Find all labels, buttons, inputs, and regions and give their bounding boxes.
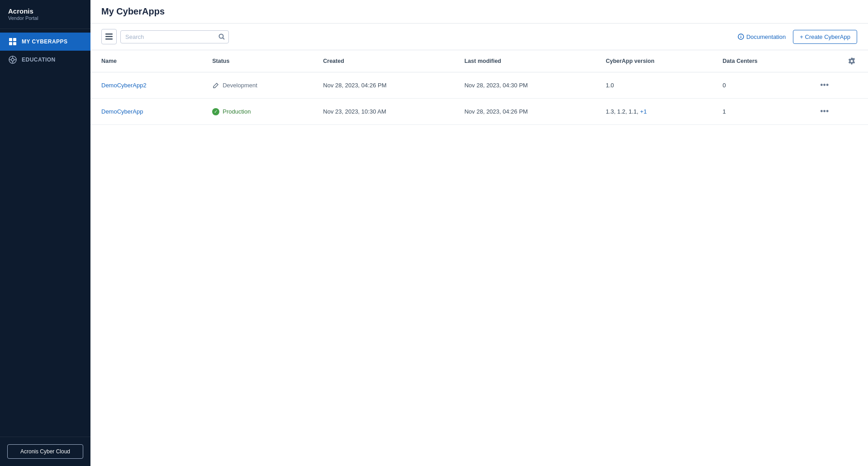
education-icon <box>8 55 17 64</box>
svg-rect-10 <box>105 33 113 35</box>
list-view-icon <box>105 33 113 40</box>
svg-line-14 <box>223 38 225 40</box>
row-more-button[interactable]: ••• <box>816 79 832 92</box>
cyberapps-table: Name Status Created Last modified CyberA… <box>90 50 868 125</box>
cell-last-modified: Nov 28, 2023, 04:30 PM <box>454 72 595 99</box>
cell-status: ✓ Production <box>201 99 312 125</box>
documentation-link[interactable]: Documentation <box>738 33 786 40</box>
cell-created: Nov 28, 2023, 04:26 PM <box>312 72 453 99</box>
cell-status: Development <box>201 72 312 99</box>
sidebar-bottom: Acronis Cyber Cloud <box>0 437 90 466</box>
svg-rect-3 <box>13 42 16 45</box>
table-container: Name Status Created Last modified CyberA… <box>90 50 868 466</box>
toolbar-right: Documentation + Create CyberApp <box>738 30 857 44</box>
cell-more-actions: ••• <box>806 99 868 125</box>
acronis-cyber-cloud-button[interactable]: Acronis Cyber Cloud <box>7 444 83 459</box>
cell-more-actions: ••• <box>806 72 868 99</box>
cell-created: Nov 23, 2023, 10:30 AM <box>312 99 453 125</box>
col-actions <box>806 50 868 72</box>
development-icon <box>212 82 219 89</box>
app-name-link[interactable]: DemoCyberApp2 <box>101 82 147 89</box>
search-button[interactable] <box>215 31 228 43</box>
sidebar-logo: Acronis Vendor Portal <box>0 0 90 29</box>
documentation-label: Documentation <box>746 33 786 40</box>
ellipsis-icon: ••• <box>820 81 829 90</box>
search-input[interactable] <box>121 31 215 43</box>
sidebar: Acronis Vendor Portal MY CYBERAPPS <box>0 0 90 466</box>
version-text: 1.3, 1.2, 1.1, <box>606 108 640 115</box>
status-label: Development <box>223 82 257 89</box>
toolbar-left <box>101 29 229 44</box>
info-icon <box>738 33 744 40</box>
svg-rect-12 <box>105 38 113 40</box>
edit-icon <box>213 82 219 89</box>
cell-version: 1.3, 1.2, 1.1, +1 <box>595 99 711 125</box>
search-icon <box>218 33 225 40</box>
toolbar: Documentation + Create CyberApp <box>90 24 868 50</box>
list-view-button[interactable] <box>101 29 117 44</box>
table-header-row: Name Status Created Last modified CyberA… <box>90 50 868 72</box>
main-content: My CyberApps <box>90 0 868 466</box>
cell-data-centers: 1 <box>712 99 806 125</box>
sidebar-item-label: MY CYBERAPPS <box>22 38 68 45</box>
svg-rect-2 <box>9 42 12 45</box>
main-header: My CyberApps <box>90 0 868 24</box>
col-name: Name <box>90 50 201 72</box>
svg-point-17 <box>740 35 741 35</box>
production-icon: ✓ <box>212 108 219 115</box>
cell-name: DemoCyberApp <box>90 99 201 125</box>
table-row: DemoCyberApp ✓ Production Nov 23, 2023, … <box>90 99 868 125</box>
svg-rect-11 <box>105 36 113 38</box>
status-label: Production <box>223 108 251 115</box>
status-cell: Development <box>212 82 301 89</box>
cell-version: 1.0 <box>595 72 711 99</box>
row-more-button[interactable]: ••• <box>816 105 832 118</box>
col-data-centers: Data Centers <box>712 50 806 72</box>
gear-icon <box>848 57 855 65</box>
logo-subtitle: Vendor Portal <box>8 15 82 21</box>
sidebar-item-education[interactable]: EDUCATION <box>0 51 90 69</box>
svg-rect-1 <box>13 38 16 41</box>
cell-last-modified: Nov 28, 2023, 04:26 PM <box>454 99 595 125</box>
page-title: My CyberApps <box>101 6 857 23</box>
sidebar-item-label: EDUCATION <box>22 57 56 63</box>
grid-icon <box>8 37 17 46</box>
col-last-modified: Last modified <box>454 50 595 72</box>
search-container <box>120 30 229 43</box>
cell-name: DemoCyberApp2 <box>90 72 201 99</box>
sidebar-nav: MY CYBERAPPS EDUCATION <box>0 29 90 437</box>
app-name-link[interactable]: DemoCyberApp <box>101 108 143 115</box>
svg-point-5 <box>11 58 14 61</box>
ellipsis-icon: ••• <box>820 107 829 116</box>
logo-title: Acronis <box>8 7 82 15</box>
cell-data-centers: 0 <box>712 72 806 99</box>
col-created: Created <box>312 50 453 72</box>
status-cell: ✓ Production <box>212 108 301 115</box>
svg-point-13 <box>219 34 223 38</box>
svg-rect-0 <box>9 38 12 41</box>
sidebar-item-my-cyberapps[interactable]: MY CYBERAPPS <box>0 33 90 51</box>
create-cyberapp-label: + Create CyberApp <box>800 33 850 40</box>
version-more-link[interactable]: +1 <box>640 108 647 115</box>
column-settings-button[interactable] <box>846 56 857 67</box>
col-status: Status <box>201 50 312 72</box>
create-cyberapp-button[interactable]: + Create CyberApp <box>793 30 857 44</box>
table-row: DemoCyberApp2 Development Nov 28, <box>90 72 868 99</box>
col-cyberapp-version: CyberApp version <box>595 50 711 72</box>
